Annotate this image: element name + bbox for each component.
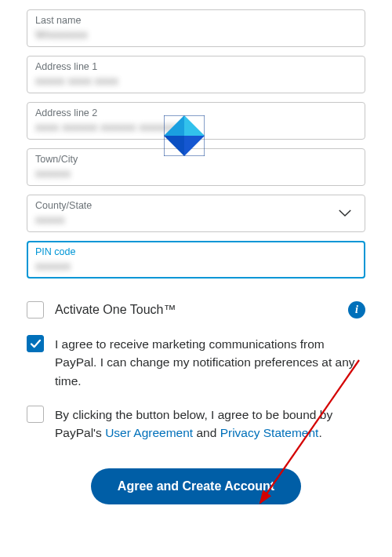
terms-checkbox[interactable] — [27, 406, 44, 423]
pincode-value: xxxxxx — [35, 259, 357, 273]
state-select[interactable]: County/State xxxxx — [27, 195, 365, 232]
city-value: xxxxxx — [35, 166, 357, 180]
user-agreement-link[interactable]: User Agreement — [105, 426, 193, 439]
state-value: xxxxx — [35, 213, 357, 227]
onetouch-checkbox[interactable] — [27, 301, 44, 319]
pincode-label: PIN code — [35, 246, 357, 257]
lastname-field[interactable]: Last name Wxxxxxxx — [27, 9, 365, 47]
address2-value: xxxx xxxxxx xxxxxx xxxxxxx — [35, 120, 357, 134]
info-icon[interactable]: i — [348, 301, 365, 319]
address1-field[interactable]: Address line 1 xxxxx xxxx xxxx — [27, 56, 365, 93]
onetouch-label: Activate One Touch™ — [55, 300, 337, 319]
submit-wrap: Agree and Create Account — [27, 468, 365, 504]
marketing-text: I agree to receive marketing communicati… — [55, 335, 365, 390]
terms-mid: and — [193, 426, 220, 439]
privacy-statement-link[interactable]: Privacy Statement — [220, 426, 319, 439]
terms-row: By clicking the button below, I agree to… — [27, 406, 365, 442]
address1-value: xxxxx xxxx xxxx — [35, 74, 357, 88]
address2-field[interactable]: Address line 2 xxxx xxxxxx xxxxxx xxxxxx… — [27, 102, 365, 140]
lastname-label: Last name — [35, 15, 357, 26]
state-label: County/State — [35, 200, 357, 211]
marketing-checkbox[interactable] — [27, 335, 44, 352]
terms-suffix: . — [318, 426, 321, 439]
agree-create-account-button[interactable]: Agree and Create Account — [91, 468, 301, 504]
onetouch-row: Activate One Touch™ i — [27, 300, 365, 319]
pincode-field[interactable]: PIN code xxxxxx — [27, 241, 365, 278]
terms-text: By clicking the button below, I agree to… — [55, 406, 365, 442]
lastname-value: Wxxxxxxx — [35, 27, 357, 42]
marketing-row: I agree to receive marketing communicati… — [27, 335, 365, 390]
city-field[interactable]: Town/City xxxxxx — [27, 148, 365, 186]
address2-label: Address line 2 — [35, 107, 357, 118]
city-label: Town/City — [35, 154, 357, 165]
address1-label: Address line 1 — [35, 61, 357, 72]
